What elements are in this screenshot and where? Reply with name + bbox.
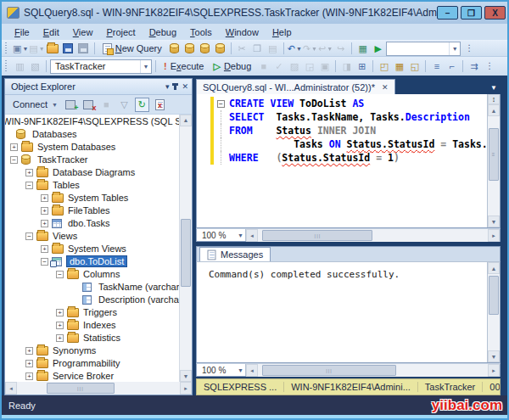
- scroll-up-icon[interactable]: ▲: [488, 104, 500, 116]
- tree-node-description-varchar-ma[interactable]: Description (varchar(ma: [5, 294, 179, 306]
- collapse-icon[interactable]: −: [25, 232, 33, 240]
- scroll-left-icon[interactable]: ◂: [246, 229, 258, 242]
- mdx-query-icon[interactable]: [198, 42, 212, 56]
- pin-icon[interactable]: [174, 83, 176, 90]
- editor-hscrollbar[interactable]: ◂ ||| ▸: [246, 229, 500, 242]
- messages-hscrollbar[interactable]: ◂ ||| ▸: [246, 364, 500, 377]
- toolbar-grip[interactable]: [5, 42, 9, 54]
- expand-icon[interactable]: +: [25, 169, 33, 176]
- refresh-icon[interactable]: ↻: [135, 98, 149, 112]
- stop-icon[interactable]: ■: [99, 98, 114, 112]
- messages-zoom-combo[interactable]: 100 % ▼: [197, 364, 246, 376]
- expand-icon[interactable]: +: [25, 372, 33, 380]
- scroll-down-icon[interactable]: ▼: [488, 350, 500, 362]
- find-combo[interactable]: ▼: [386, 42, 461, 56]
- expand-icon[interactable]: +: [41, 245, 48, 253]
- object-explorer-vscrollbar[interactable]: ▲ ▼: [179, 115, 192, 382]
- messages-tab[interactable]: Messages: [199, 247, 271, 261]
- tree-node-system-tables[interactable]: +System Tables: [5, 192, 179, 204]
- tree-node-database-diagrams[interactable]: +Database Diagrams: [5, 166, 179, 179]
- menu-debug[interactable]: Debug: [143, 25, 182, 39]
- reports-icon[interactable]: [153, 98, 167, 112]
- intellisense-icon[interactable]: ▣: [317, 59, 332, 74]
- template-values-icon[interactable]: ◨: [339, 59, 354, 74]
- paste-icon[interactable]: ▤: [266, 42, 280, 56]
- scroll-up-icon[interactable]: ▲: [180, 115, 192, 126]
- expand-icon[interactable]: +: [56, 322, 64, 329]
- expand-icon[interactable]: +: [41, 220, 48, 227]
- navigate-backward-icon[interactable]: ↩▼: [318, 42, 333, 56]
- tree-node-columns[interactable]: −Columns: [5, 268, 179, 281]
- panel-menu-icon[interactable]: ▾: [165, 82, 170, 91]
- scroll-down-icon[interactable]: ▼: [180, 370, 192, 382]
- tree-node-indexes[interactable]: +Indexes: [5, 319, 179, 332]
- toolbar-grip[interactable]: [5, 60, 9, 72]
- menu-project[interactable]: Project: [100, 25, 141, 39]
- new-query-button[interactable]: New Query: [98, 42, 166, 56]
- toolbar1-overflow-icon[interactable]: ⋮: [461, 42, 476, 56]
- expand-icon[interactable]: +: [41, 207, 48, 215]
- copy-icon[interactable]: ❐: [250, 42, 265, 56]
- menu-window[interactable]: Window: [220, 25, 265, 39]
- tree-node-system-views[interactable]: +System Views: [5, 243, 179, 255]
- save-all-icon[interactable]: [76, 42, 91, 56]
- tab-close-icon[interactable]: ✕: [382, 83, 389, 92]
- undo-icon[interactable]: ↶▼: [288, 42, 302, 56]
- scroll-down-icon[interactable]: ▼: [488, 216, 500, 227]
- debug-button[interactable]: ▷Debug: [209, 59, 255, 74]
- filter-icon[interactable]: ▽: [117, 98, 131, 112]
- xmla-query-icon[interactable]: [213, 42, 227, 56]
- execute-button[interactable]: !Execute: [159, 59, 208, 74]
- actual-plan-icon[interactable]: ⊞: [355, 59, 369, 74]
- minimize-button[interactable]: –: [437, 6, 458, 20]
- activity-monitor-icon[interactable]: ▦: [355, 42, 370, 56]
- close-button[interactable]: X: [484, 6, 506, 20]
- redo-icon[interactable]: ↷▼: [303, 42, 317, 56]
- add-item-icon[interactable]: ▤▼: [29, 42, 44, 56]
- tree-node-statistics[interactable]: +Statistics: [5, 332, 179, 344]
- scroll-left-icon[interactable]: ◂: [5, 382, 17, 395]
- scroll-right-icon[interactable]: ▸: [488, 364, 500, 377]
- tree-node-triggers[interactable]: +Triggers: [5, 306, 179, 319]
- expand-icon[interactable]: +: [41, 194, 48, 202]
- new-project-icon[interactable]: ▣▼: [13, 42, 28, 56]
- database-engine-query-icon[interactable]: [167, 42, 182, 56]
- object-explorer-hscrollbar[interactable]: ◂ ||| ▸: [5, 382, 192, 395]
- results-to-grid-icon[interactable]: ▦: [392, 59, 406, 74]
- save-icon[interactable]: [61, 42, 76, 56]
- messages-vscrollbar[interactable]: ▲ ▼: [487, 262, 500, 362]
- collapse-icon[interactable]: −: [41, 258, 48, 266]
- analysis-services-query-icon[interactable]: [182, 42, 197, 56]
- maximize-button[interactable]: ❐: [461, 6, 482, 20]
- open-file-icon[interactable]: [46, 42, 60, 56]
- connect-query-icon[interactable]: ▥: [13, 59, 27, 74]
- tree-node-taskname-varchar-50[interactable]: TaskName (varchar(50),: [5, 281, 179, 294]
- database-combo[interactable]: TaskTracker▼: [50, 59, 152, 74]
- results-to-text-icon[interactable]: ◰: [377, 59, 391, 74]
- stop-icon[interactable]: ■: [256, 59, 271, 74]
- tree-node-tables[interactable]: −Tables: [5, 179, 179, 192]
- editor-vscrollbar[interactable]: ↕ ▲ ≡ ▼: [487, 94, 500, 227]
- menu-help[interactable]: Help: [266, 25, 298, 39]
- scroll-left-icon[interactable]: ◂: [246, 364, 258, 377]
- tree-node-databases[interactable]: Databases: [5, 128, 179, 141]
- tree-node-tasktracker[interactable]: −TaskTracker: [5, 154, 179, 166]
- expand-icon[interactable]: +: [25, 360, 33, 367]
- menu-file[interactable]: File: [8, 25, 36, 39]
- menu-edit[interactable]: Edit: [37, 25, 65, 39]
- expand-icon[interactable]: +: [56, 309, 64, 316]
- split-window-icon[interactable]: ↕: [488, 94, 500, 104]
- scroll-up-icon[interactable]: ▲: [488, 262, 500, 274]
- editor-zoom-combo[interactable]: 100 % ▼: [197, 229, 246, 241]
- tab-list-icon[interactable]: ▼: [490, 84, 501, 94]
- expand-icon[interactable]: +: [25, 347, 33, 355]
- disconnect-server-icon[interactable]: [81, 98, 96, 112]
- tree-node-views[interactable]: −Views: [5, 230, 179, 243]
- tree-node-dbo-tasks[interactable]: +dbo.Tasks: [5, 217, 179, 230]
- query-options-icon[interactable]: ◲: [302, 59, 316, 74]
- change-connection-icon[interactable]: ▧: [28, 59, 42, 74]
- tree-node-system-databases[interactable]: +System Databases: [5, 141, 179, 154]
- estimated-plan-icon[interactable]: ▨: [287, 59, 301, 74]
- tree-node-programmability[interactable]: +Programmability: [5, 357, 179, 370]
- collapse-icon[interactable]: −: [56, 271, 64, 278]
